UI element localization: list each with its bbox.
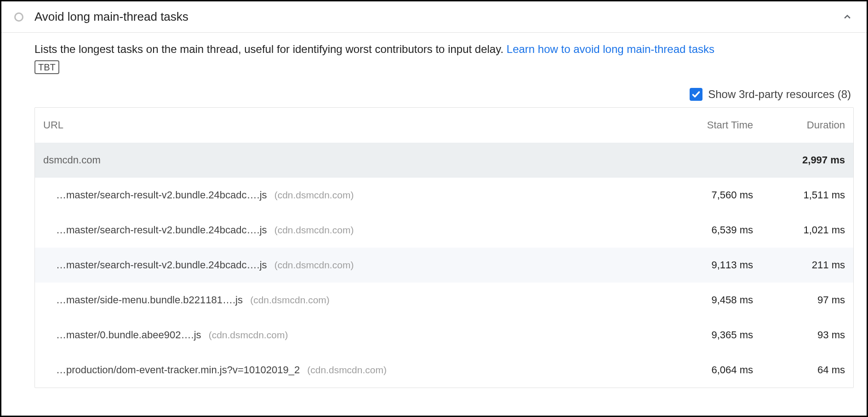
row-start: 9,365 ms <box>661 329 753 341</box>
row-path: …master/side-menu.bundle.b221181….js <box>56 294 243 306</box>
third-party-label: Show 3rd-party resources (8) <box>708 88 851 101</box>
row-url: …master/0.bundle.abee902….js (cdn.dsmcdn… <box>43 329 661 341</box>
row-origin: (cdn.dsmcdn.com) <box>209 330 288 340</box>
third-party-toggle-row: Show 3rd-party resources (8) <box>34 75 854 107</box>
third-party-checkbox[interactable] <box>690 88 702 101</box>
audit-body: Lists the longest tasks on the main thre… <box>1 33 867 388</box>
row-url: …master/search-result-v2.bundle.24bcadc…… <box>43 224 661 236</box>
learn-more-link[interactable]: Learn how to avoid long main-thread task… <box>507 43 714 55</box>
row-path: …production/dom-event-tracker.min.js?v=1… <box>56 364 300 376</box>
row-path: …master/search-result-v2.bundle.24bcadc…… <box>56 224 267 236</box>
row-duration: 97 ms <box>753 294 845 306</box>
col-header-start: Start Time <box>661 119 753 131</box>
audit-title: Avoid long main-thread tasks <box>34 10 830 24</box>
row-path: …master/0.bundle.abee902….js <box>56 329 201 341</box>
row-origin: (cdn.dsmcdn.com) <box>274 190 354 200</box>
col-header-duration: Duration <box>753 119 845 131</box>
tbt-badge: TBT <box>34 60 59 74</box>
audit-header: Avoid long main-thread tasks <box>1 1 867 33</box>
row-url: …master/search-result-v2.bundle.24bcadc…… <box>43 189 661 201</box>
table-row[interactable]: …master/search-result-v2.bundle.24bcadc…… <box>35 178 853 213</box>
description-text: Lists the longest tasks on the main thre… <box>34 43 507 55</box>
row-start: 9,458 ms <box>661 294 753 306</box>
row-start: 7,560 ms <box>661 189 753 201</box>
collapse-toggle[interactable] <box>841 11 854 23</box>
table-row[interactable]: …master/search-result-v2.bundle.24bcadc…… <box>35 213 853 248</box>
row-duration: 1,511 ms <box>753 189 845 201</box>
status-circle-icon <box>14 12 23 22</box>
tasks-table: URL Start Time Duration dsmcdn.com 2,997… <box>34 107 854 388</box>
table-row[interactable]: …master/0.bundle.abee902….js (cdn.dsmcdn… <box>35 318 853 353</box>
table-row[interactable]: …master/search-result-v2.bundle.24bcadc…… <box>35 248 853 283</box>
table-group-row[interactable]: dsmcdn.com 2,997 ms <box>35 143 853 178</box>
row-path: …master/search-result-v2.bundle.24bcadc…… <box>56 259 267 271</box>
row-duration: 1,021 ms <box>753 224 845 236</box>
chevron-up-icon <box>843 12 852 22</box>
row-url: …master/search-result-v2.bundle.24bcadc…… <box>43 259 661 271</box>
row-duration: 211 ms <box>753 259 845 271</box>
row-url: …production/dom-event-tracker.min.js?v=1… <box>43 364 661 376</box>
table-header-row: URL Start Time Duration <box>35 108 853 143</box>
row-duration: 93 ms <box>753 329 845 341</box>
row-origin: (cdn.dsmcdn.com) <box>250 295 330 305</box>
group-host: dsmcdn.com <box>43 154 661 166</box>
check-icon <box>691 90 701 99</box>
audit-description: Lists the longest tasks on the main thre… <box>34 41 854 75</box>
row-origin: (cdn.dsmcdn.com) <box>274 260 354 270</box>
col-header-url: URL <box>43 119 661 131</box>
table-row[interactable]: …production/dom-event-tracker.min.js?v=1… <box>35 353 853 388</box>
group-duration: 2,997 ms <box>753 154 845 166</box>
row-start: 6,064 ms <box>661 364 753 376</box>
row-url: …master/side-menu.bundle.b221181….js (cd… <box>43 294 661 306</box>
row-duration: 64 ms <box>753 364 845 376</box>
row-origin: (cdn.dsmcdn.com) <box>274 225 354 235</box>
row-start: 6,539 ms <box>661 224 753 236</box>
row-path: …master/search-result-v2.bundle.24bcadc…… <box>56 189 267 201</box>
table-row[interactable]: …master/side-menu.bundle.b221181….js (cd… <box>35 283 853 318</box>
row-origin: (cdn.dsmcdn.com) <box>307 365 387 375</box>
row-start: 9,113 ms <box>661 259 753 271</box>
